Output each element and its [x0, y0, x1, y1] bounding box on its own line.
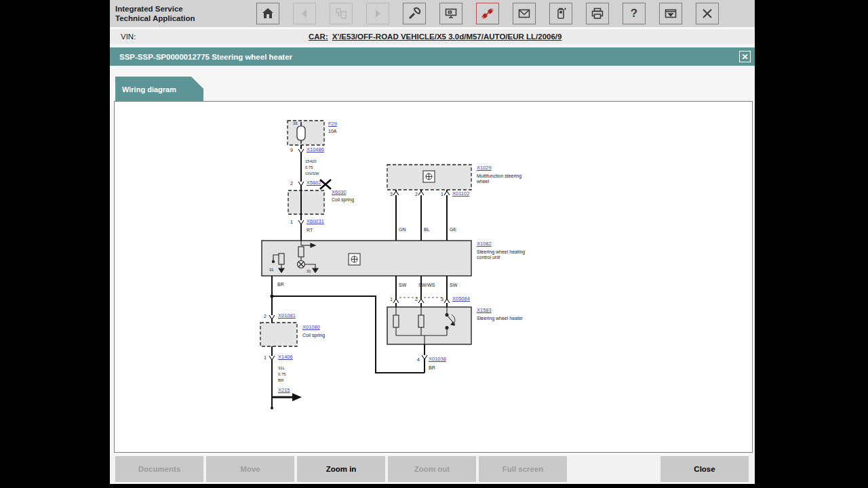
pin-number: 3: [390, 192, 393, 197]
move-button[interactable]: Move: [206, 456, 294, 482]
help-button[interactable]: ?: [623, 3, 646, 24]
fuse-slot-label: 16: [293, 121, 298, 126]
screen: Integrated Service Technical Application: [0, 0, 868, 488]
battery-icon: [554, 7, 568, 20]
workshop-button[interactable]: [403, 3, 426, 24]
connector-link[interactable]: X5602: [307, 180, 321, 186]
tab-wiring-diagram[interactable]: Wiring diagram: [115, 77, 203, 102]
car-value: X'/E53/OFF-ROAD VEHICLE/X5 3.0d/M57/AUTO…: [332, 33, 562, 41]
terminal-label: 31: [269, 268, 274, 272]
wiring-diagram: 16 F29 10A 9 X10486 15420 0.75 GN/SW 2 X…: [115, 102, 752, 452]
fuse-rating: 10A: [328, 129, 336, 134]
zoom-out-button[interactable]: Zoom out: [388, 456, 476, 482]
pin-number: 2: [290, 181, 293, 186]
mfl-name: Multifunction steering wheel: [477, 174, 530, 185]
ground-arrow: [272, 393, 302, 401]
terminal-label: 31: [307, 269, 311, 274]
wire-gauge-label: 0.75: [278, 372, 286, 377]
pin-number: 1: [441, 192, 443, 197]
wiring-diagram-graphics: [115, 102, 752, 452]
display-devices-icon: [444, 7, 458, 20]
zoom-in-button[interactable]: Zoom in: [297, 456, 385, 482]
diagram-viewport: 16 F29 10A 9 X10486 15420 0.75 GN/SW 2 X…: [114, 101, 753, 453]
pin-number: 1: [390, 297, 393, 302]
print-button[interactable]: [586, 3, 609, 24]
help-icon: ?: [631, 7, 637, 20]
main-toolbar: Integrated Service Technical Application: [110, 0, 755, 27]
battery-button[interactable]: [549, 3, 572, 24]
coil-spring-bottom-box: [260, 323, 297, 346]
wire-color-label: BL: [424, 227, 430, 232]
wire-color-label: GN/SW: [305, 171, 319, 176]
vehicle-connection-icon: [481, 7, 494, 20]
home-button[interactable]: [256, 3, 279, 24]
mfl-link[interactable]: X1029: [477, 165, 492, 171]
toolbar-icons: ?: [256, 3, 719, 24]
app-title-line1: Integrated Service: [115, 4, 256, 14]
wire-color-label: BR: [278, 378, 283, 383]
app-title: Integrated Service Technical Application: [115, 4, 256, 24]
connector-link[interactable]: X10486: [307, 147, 324, 152]
pin-number: 4: [417, 357, 420, 362]
close-button[interactable]: Close: [660, 456, 749, 482]
wire-color-label: GN: [399, 227, 406, 232]
vehicle-info-bar: VIN: CAR:X'/E53/OFF-ROAD VEHICLE/X5 3.0d…: [110, 27, 755, 44]
window-shade-icon: [664, 7, 677, 20]
ground-link[interactable]: X215: [278, 388, 290, 393]
documents-button[interactable]: Documents: [115, 456, 203, 482]
operations-icon: [334, 7, 348, 20]
forward-button[interactable]: [366, 3, 389, 24]
heater-link[interactable]: X1583: [477, 308, 492, 313]
close-icon: [701, 7, 713, 20]
wire-color-label: SW: [450, 283, 457, 288]
back-arrow-icon: [298, 7, 311, 20]
car-info: CAR:X'/E53/OFF-ROAD VEHICLE/X5 3.0d/M57/…: [309, 33, 561, 41]
printer-icon: [591, 7, 604, 20]
control-unit-link[interactable]: X1082: [477, 241, 492, 247]
wire-color-label: BR: [429, 365, 435, 371]
full-screen-button[interactable]: Full screen: [479, 456, 567, 482]
connector-link[interactable]: X01038: [429, 357, 446, 362]
window-shade-button[interactable]: [659, 3, 682, 24]
home-icon: [261, 7, 275, 20]
wrench-icon: [408, 7, 421, 20]
coil-spring-bottom-link[interactable]: X01080: [302, 325, 320, 330]
connector-link[interactable]: X1406: [278, 354, 293, 360]
connector-link[interactable]: X60031: [307, 219, 324, 224]
coil-spring-top-link[interactable]: X6030: [332, 190, 347, 195]
document-header: SSP-SSP-SP0000012775 Steering wheel heat…: [110, 47, 755, 66]
control-unit-box: [262, 241, 471, 276]
wire-color-label: GE: [450, 227, 456, 232]
wire-color-label: BR: [277, 282, 284, 287]
pin-number: 2: [264, 314, 267, 319]
app-title-line2: Technical Application: [115, 14, 256, 23]
document-close-button[interactable]: ✕: [739, 51, 751, 62]
connector-link[interactable]: X01081: [278, 313, 296, 319]
coil-spring-bottom-name: Coil spring: [302, 333, 325, 338]
display-devices-button[interactable]: [439, 3, 462, 24]
app-close-button[interactable]: [696, 3, 719, 24]
connector-link[interactable]: X01102: [452, 191, 469, 197]
wire-color-label: SW: [399, 283, 406, 288]
wire-end: [271, 407, 273, 409]
vehicle-connection-button[interactable]: [476, 3, 499, 24]
pin-number: 3: [441, 297, 443, 302]
back-button[interactable]: [293, 3, 316, 24]
vin-label: VIN:: [121, 33, 136, 41]
wire-circuit-label: 31L: [278, 366, 285, 371]
wire-gauge-label: 0.75: [305, 165, 313, 170]
pin-number: 1: [264, 355, 267, 360]
mouse-cursor: [320, 180, 331, 189]
mail-icon: [517, 7, 531, 20]
fuse-link[interactable]: F29: [328, 121, 337, 127]
wire-circuit-label: 15420: [305, 159, 317, 164]
operations-button[interactable]: [330, 3, 353, 24]
connector-link[interactable]: X05084: [452, 296, 470, 302]
document-title: SSP-SSP-SP0000012775 Steering wheel heat…: [119, 53, 292, 61]
wire-color-label: SW/WS: [418, 283, 435, 288]
steering-wheel-heater-box: [387, 307, 471, 344]
heater-name: Steering wheel heater: [477, 316, 530, 321]
pin-number: 2: [415, 297, 418, 302]
ista-window: Integrated Service Technical Application: [110, 0, 755, 484]
mail-button[interactable]: [513, 3, 536, 24]
